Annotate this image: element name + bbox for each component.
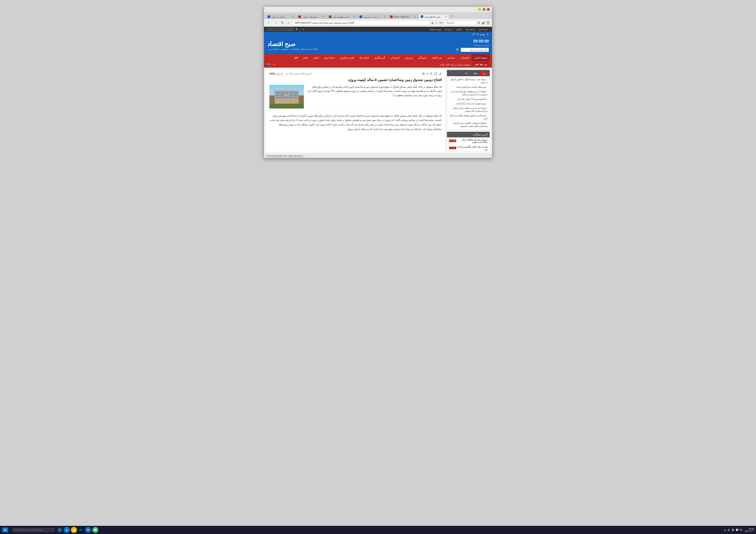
search-small-icon[interactable]: 🔍 [296, 28, 298, 31]
header-time-section: 00:00:00 شنبه ۲۱ تیر ۱۳۹۷ 🔍 [456, 39, 489, 52]
nav-video[interactable]: فیلم [300, 54, 310, 62]
sidebar-tab-week[interactable]: هفته [471, 71, 479, 75]
tab-1[interactable]: برنامه جدید ترجمه گوگل با عکس گرفتن از م… [266, 14, 296, 19]
status-bar: Transferring data from sobh-eqtesad.ir..… [264, 154, 492, 158]
header-search-section: 🔍 [456, 48, 489, 52]
tab-label-5: Inbox - jtaheri410@gm... [394, 16, 412, 18]
header-search-icon[interactable]: 🔍 [456, 48, 460, 52]
sidebar-news-item-1[interactable]: بورس‌های آسیایی فرمانبوش شدند [448, 85, 489, 89]
weather-icon: ☀ [487, 33, 489, 36]
address-bar[interactable] [292, 20, 430, 25]
last-news-time-0: ۱۰:۲۳ [449, 140, 456, 142]
search-input[interactable] [444, 20, 476, 25]
tab-favicon-2 [298, 15, 301, 18]
more-tool-icon[interactable]: ⊞ [422, 72, 425, 75]
nav-sports[interactable]: ورزشی [402, 54, 415, 62]
back-button[interactable]: ← [266, 20, 272, 25]
bookmark-icon[interactable]: ☆ [435, 21, 438, 25]
nav-pdf[interactable]: pdf [292, 54, 300, 62]
header-search-input[interactable] [461, 48, 489, 52]
last-news-item-0[interactable]: پیروزی تیم ملی والیبال ایران مقابل کره ج… [447, 138, 490, 144]
extensions-icon[interactable]: 🧩 [481, 21, 485, 25]
main-article: 🖨 📋 ✉ ↗ ⊞ ۳۱ خرداد ۱۳۹۷ ساعت [۱۰:۳۲] کد … [266, 70, 445, 152]
tab-label-1: برنامه جدید ترجمه گوگل با عکس گرفتن از م… [271, 16, 290, 18]
site-date: شنبه ۲۱ تیر ۱۳۹۷ [456, 44, 489, 46]
more-options-icon[interactable]: ••• [440, 21, 443, 25]
sidebar-news-item-2[interactable]: انتقادات از پرسپولیس مقرضانه است/ در کرو… [448, 89, 489, 97]
nav-morning[interactable]: محله صبح [322, 54, 338, 62]
print-tool-icon[interactable]: 🖨 [439, 72, 442, 75]
utility-bar: صرف‌خانه یادداشت‌ها گفتگو درباره ما تعرف… [264, 27, 492, 32]
tab-label-2: تاثیر صندوق های نوبای ر... [302, 16, 320, 18]
tab-bar: برنامه جدید ترجمه گوگل با عکس گرفتن از م… [264, 13, 492, 19]
tab-favicon-1 [268, 15, 270, 18]
tab-close-1[interactable]: ✕ [292, 16, 293, 18]
nav-international[interactable]: بین الملل [429, 54, 444, 62]
home-button[interactable]: ⌂ [286, 20, 290, 25]
nav-tech[interactable]: علم و فناوری [338, 54, 357, 62]
nav-home[interactable]: صفحه اصلی [472, 54, 490, 62]
sidebar-news-item-0[interactable]: برنامه جدید ترجمه گوگل با عکس گرفتن از م… [448, 77, 489, 85]
sidebar-tab-day[interactable]: روز [480, 71, 488, 75]
email-tool-icon[interactable]: ✉ [430, 72, 433, 75]
utility-link-chat[interactable]: گفتگو [457, 28, 462, 31]
tab-close-3[interactable]: ✕ [353, 16, 355, 18]
article-summary: یک مقام مسئول در بانک عامل بخش مسکن اشتی… [307, 85, 442, 109]
nav-culture[interactable]: فرهنگی [415, 54, 429, 62]
tab-close-4[interactable]: ✕ [384, 16, 385, 18]
social-icon-2[interactable]: ○ [300, 28, 301, 31]
tab-close-6[interactable]: ✕ [445, 15, 446, 18]
article-title: افتتاح دومین صندوق زمین وساختمان؛ تضمین … [269, 77, 442, 83]
utility-link-about[interactable]: درباره ما [445, 28, 453, 31]
forward-button[interactable]: → [273, 20, 279, 25]
print-icon[interactable]: 🚗 [272, 63, 276, 66]
close-button[interactable] [487, 8, 490, 11]
minimize-button[interactable] [478, 8, 481, 11]
sidebar-news-item-3[interactable]: شاخص بورس ۲۱۹ واحد رشد کرد [448, 97, 489, 101]
nav-photo[interactable]: عکس [310, 54, 322, 62]
content-area: روز هفته ماه برنامه جدید ترجمه گوگل با ع… [264, 67, 492, 154]
sidebar-tab-month[interactable]: ماه [463, 71, 470, 75]
article-code-label: کد خبر: [275, 73, 283, 75]
tab-3[interactable]: بهره برداری موفقیت آمیر... ✕ [327, 14, 357, 19]
article-body: یک مقام مسئول در بانک عامل بخش مسکن افتت… [269, 111, 442, 132]
tab-2[interactable]: تاثیر صندوق های نوبای ر... ✕ [296, 14, 327, 19]
maximize-button[interactable] [482, 8, 486, 11]
last-news-item-1[interactable]: هند به دنبال احیای مکانیزم پرداخت رو... … [447, 144, 490, 152]
article-image [269, 85, 304, 109]
title-bar [264, 7, 492, 13]
tab-close-5[interactable]: ✕ [414, 16, 416, 18]
copy-tool-icon[interactable]: 📋 [434, 72, 438, 75]
nav-bar: ← → ↻ ⌂ 🔒 ☆ ••• ⬇ 🧩 ☰ [264, 19, 492, 27]
tab-close-2[interactable]: ✕ [322, 16, 324, 18]
share-tool-icon[interactable]: ↗ [426, 72, 429, 75]
tab-favicon-5 [390, 15, 393, 18]
new-tab-button[interactable]: + [449, 13, 455, 19]
utility-search[interactable] [267, 28, 294, 31]
tab-5[interactable]: Inbox - jtaheri410@gm... ✕ [388, 14, 418, 19]
tab-6[interactable]: افتتاح دومین صندوق زمین ✕ [419, 14, 449, 19]
status-text: Transferring data from sobh-eqtesad.ir..… [266, 155, 305, 157]
nav-politics[interactable]: سیاسی [445, 54, 458, 62]
tab-label-6: افتتاح دومین صندوق زمین [424, 15, 443, 18]
utility-link-ads[interactable]: تعرفه تبلیغات [429, 28, 441, 31]
utility-link-notes[interactable]: یادداشت‌ها [466, 28, 475, 31]
sidebar-news-item-6[interactable]: سازندگی در کشور وظیفه عقلایی و ایده‌آل ا… [448, 114, 489, 121]
weather-bar: ☀ تهران ☀ °27 [264, 32, 492, 37]
article-tools: 🖨 📋 ✉ ↗ ⊞ [422, 72, 442, 75]
social-icon-1[interactable]: ● [303, 28, 304, 31]
download-icon[interactable]: ⬇ [477, 21, 480, 25]
share-icon[interactable]: 📷 [267, 63, 271, 66]
reload-button[interactable]: ↻ [280, 20, 285, 25]
nav-social[interactable]: اجتماعی [388, 54, 402, 62]
utility-link-home[interactable]: صرف‌خانه [479, 28, 488, 31]
sidebar-news-item-4[interactable]: روند سعودی بازار نفت آرام گرفت [448, 101, 489, 106]
nav-provinces[interactable]: استان ها [357, 54, 371, 62]
browser-menu-button[interactable]: ☰ [486, 20, 490, 25]
sidebar-news-item-7[interactable]: اشتغال غیرمجاز ۳۵۰هزار نیبته خارجی/ واحد… [448, 121, 489, 129]
tab-4[interactable]: اخبار - خبر جدید - مدیریت ✕ [358, 14, 388, 19]
last-news-header: آخرین مطالب [447, 132, 490, 138]
nav-economy[interactable]: اقتصادی [458, 54, 472, 62]
sidebar-news-item-5[interactable]: لزوم عزم جدی در جامعه برای ارتقای سرانه … [448, 106, 489, 114]
nav-tourism[interactable]: گردشگری [371, 54, 388, 62]
